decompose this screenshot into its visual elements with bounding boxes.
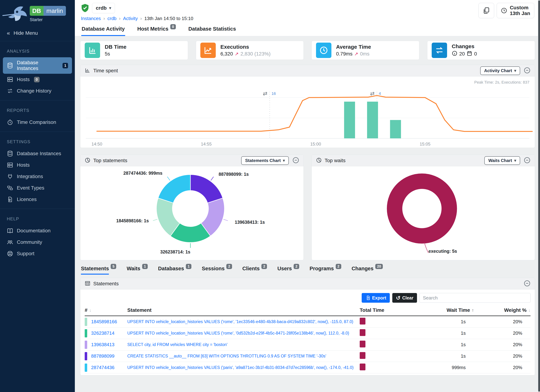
collapse-panel-icon[interactable] — [524, 280, 530, 288]
time-range-mode: Custom — [510, 5, 530, 10]
statement-link[interactable]: UPSERT INTO vehicle_location_histories V… — [127, 365, 360, 370]
column-header-wait-time[interactable]: Wait Time↑ — [401, 307, 474, 313]
statement-link[interactable]: CREATE STATISTICS __auto__ FROM [63] WIT… — [127, 354, 360, 358]
tab-databases[interactable]: Databases1 — [158, 266, 191, 275]
tab-statements[interactable]: Statements5 — [81, 266, 116, 275]
bar-chart-icon — [85, 43, 100, 58]
tab-sessions[interactable]: Sessions2 — [202, 266, 232, 275]
tab-changes[interactable]: Changes20 — [352, 266, 383, 275]
sidebar-section-help: HELP Documentation Community Support — [0, 209, 75, 263]
statement-link[interactable]: UPSERT INTO vehicle_location_histories V… — [127, 319, 360, 324]
column-header-num[interactable]: #↓ — [85, 307, 127, 313]
sidebar-item-hosts[interactable]: Hosts 0 — [0, 74, 75, 85]
statement-link[interactable]: UPSERT INTO vehicle_location_histories V… — [127, 331, 360, 336]
wait-time-value: 1s — [401, 342, 474, 347]
panel-title: Statements — [93, 281, 119, 287]
table-row: 287474436 UPSERT INTO vehicle_location_h… — [85, 362, 530, 373]
column-header-weight[interactable]: Weight %↓ — [474, 307, 530, 313]
table-row: 1845898166 UPSERT INTO vehicle_location_… — [85, 316, 530, 327]
column-header-statement[interactable]: Statement — [127, 307, 360, 313]
sidebar-item-licences[interactable]: Licences — [0, 194, 75, 205]
book-icon — [7, 228, 13, 234]
tab-host-metrics[interactable]: Host Metrics 0 — [137, 24, 176, 36]
sidebar-item-community[interactable]: Community — [0, 236, 75, 248]
tab-database-statistics[interactable]: Database Statistics — [188, 24, 236, 36]
export-button[interactable]: Export — [362, 293, 390, 303]
collapse-panel-icon[interactable] — [524, 67, 530, 74]
donut-label: 326238714: 1s — [160, 249, 190, 254]
time-spent-chart[interactable]: ⇄16⇄414:5014:5515:0015:05Peak Time: 2s, … — [80, 76, 535, 148]
table-row: 326238714 UPSERT INTO vehicle_location_h… — [85, 327, 530, 339]
copy-page-button[interactable] — [478, 3, 494, 18]
statements-donut-chart[interactable]: 287474436: 999ms 887898099: 1s 184589816… — [80, 166, 304, 260]
event-types-icon — [7, 185, 13, 191]
tab-programs[interactable]: Programs2 — [310, 266, 341, 275]
brand-product: marlin — [44, 6, 66, 16]
kpi-title: Executions — [220, 44, 270, 50]
pie-chart-icon — [316, 157, 322, 164]
sidebar-item-integrations[interactable]: Integrations — [0, 171, 75, 182]
waits-chart-dropdown[interactable]: Waits Chart ▾ — [484, 156, 520, 165]
breadcrumb-link-instances[interactable]: Instances — [81, 16, 101, 21]
column-header-total-time[interactable]: Total Time — [360, 307, 401, 313]
scrollbar-thumb[interactable] — [538, 0, 540, 392]
sidebar-item-label: Event Types — [17, 185, 44, 191]
tab-users[interactable]: Users2 — [277, 266, 299, 275]
sidebar-item-settings-hosts[interactable]: Hosts — [0, 159, 75, 171]
statement-id-link[interactable]: 326238714 — [91, 330, 115, 336]
collapse-panel-icon[interactable] — [524, 157, 530, 164]
statement-color-chip — [85, 352, 87, 360]
section-title: ANALYSIS — [0, 44, 75, 57]
statement-link[interactable]: SELECT city, id FROM vehicles WHERE city… — [127, 342, 360, 347]
tab-database-activity[interactable]: Database Activity — [81, 24, 125, 36]
waits-donut-chart[interactable]: executing: 5s — [312, 166, 535, 260]
sidebar-item-settings-database-instances[interactable]: Database Instances — [0, 148, 75, 159]
instance-selector[interactable]: crdb ▾ — [92, 3, 115, 13]
time-range-button[interactable]: Custom 13th Jan — [497, 3, 534, 18]
panel-title: Time spent — [93, 68, 118, 74]
sidebar-item-support[interactable]: Support — [0, 248, 75, 259]
scrollbar[interactable] — [538, 0, 540, 392]
kpi-title: DB Time — [105, 44, 126, 50]
tab-waits[interactable]: Waits1 — [127, 266, 148, 275]
svg-text:⇄: ⇄ — [370, 91, 375, 96]
main-area: crdb ▾ Instances › crdb › Activity › 13t… — [75, 0, 540, 392]
statement-id-link[interactable]: 887898099 — [91, 353, 115, 359]
breadcrumb-link-crdb[interactable]: crdb — [107, 16, 117, 21]
sidebar-item-time-comparison[interactable]: Time Comparison — [0, 117, 75, 128]
top-waits-panel: Top waits Waits Chart ▾ executing: 5s — [311, 155, 535, 260]
kpi-title: Changes — [452, 43, 477, 50]
content: DB Time 5s Executions 6,320 ↗ 2,830 (123… — [75, 36, 540, 380]
kpi-row: DB Time 5s Executions 6,320 ↗ 2,830 (123… — [80, 41, 535, 60]
count-badge: 1 — [142, 264, 148, 269]
section-title: HELP — [0, 211, 75, 225]
statement-id-link[interactable]: 287474436 — [91, 365, 115, 370]
sidebar-item-label: Licences — [17, 197, 37, 202]
statement-id-link[interactable]: 1845898166 — [91, 319, 117, 324]
collapse-panel-icon[interactable] — [292, 157, 299, 164]
plug-icon — [7, 173, 13, 180]
sidebar-item-change-history[interactable]: Change History — [0, 85, 75, 97]
statement-id-link[interactable]: 139638413 — [91, 342, 115, 347]
activity-chart-dropdown[interactable]: Activity Chart ▾ — [480, 66, 520, 75]
clear-button[interactable]: ↺ Clear — [392, 293, 417, 303]
statements-table: #↓ Statement Total Time Wait Time↑ Weigh… — [85, 307, 530, 373]
sidebar-item-label: Time Comparison — [17, 119, 56, 125]
svg-text:4: 4 — [379, 91, 381, 96]
statements-chart-dropdown[interactable]: Statements Chart ▾ — [241, 156, 289, 165]
tab-clients[interactable]: Clients2 — [242, 266, 267, 275]
count-badge: 2 — [294, 264, 299, 269]
sidebar-item-database-instances[interactable]: Database Instances 1 — [3, 57, 72, 74]
undo-icon: ↺ — [396, 295, 400, 301]
sidebar-item-documentation[interactable]: Documentation — [0, 225, 75, 236]
search-input[interactable] — [420, 293, 530, 303]
table-header-row: #↓ Statement Total Time Wait Time↑ Weigh… — [85, 307, 530, 316]
breadcrumb-link-activity[interactable]: Activity — [123, 16, 138, 21]
svg-text:15:05: 15:05 — [420, 142, 430, 146]
kpi-value: 0.79ms — [336, 51, 353, 57]
calendar-icon — [467, 50, 472, 57]
hide-menu-button[interactable]: « Hide Menu — [0, 25, 75, 41]
sidebar-item-event-types[interactable]: Event Types — [0, 182, 75, 194]
panel-title: Top statements — [93, 158, 127, 164]
tab-label: Database Statistics — [188, 26, 236, 32]
